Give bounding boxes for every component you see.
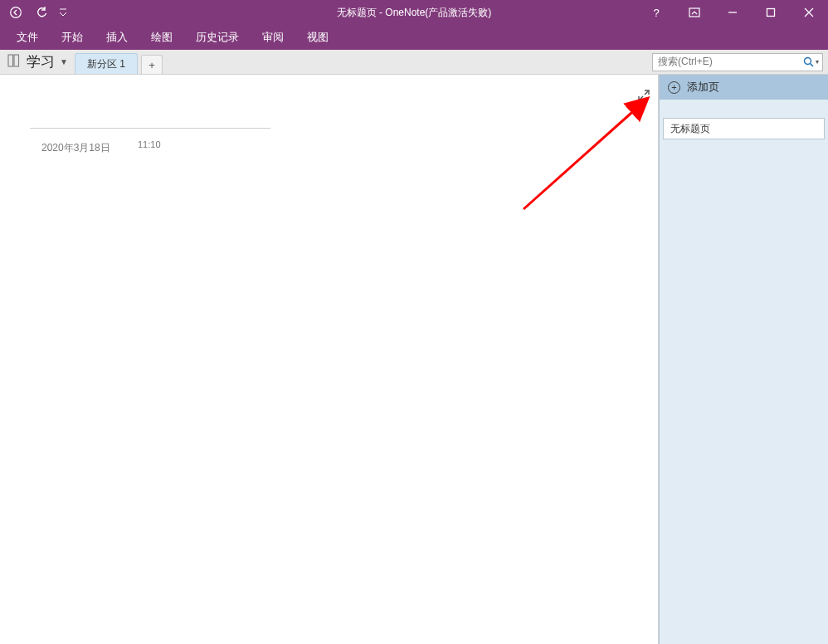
menu-history[interactable]: 历史记录 [186, 27, 249, 48]
minimize-button[interactable] [714, 0, 752, 25]
search-input[interactable]: 搜索(Ctrl+E) ▾ [652, 53, 823, 71]
notebook-selector[interactable]: 学习 ▼ [0, 50, 75, 74]
section-tab-label: 新分区 1 [87, 57, 125, 71]
svg-line-13 [524, 100, 646, 209]
svg-point-9 [804, 58, 811, 65]
add-section-button[interactable]: + [141, 55, 163, 74]
back-button[interactable] [5, 2, 27, 23]
menu-home[interactable]: 开始 [51, 27, 93, 48]
plus-circle-icon: + [668, 81, 680, 94]
menu-draw[interactable]: 绘图 [141, 27, 183, 48]
page-title-input[interactable] [30, 104, 270, 129]
add-page-button[interactable]: + 添加页 [660, 75, 828, 100]
search-placeholder: 搜索(Ctrl+E) [653, 55, 799, 69]
svg-line-10 [810, 64, 813, 67]
section-tab-active[interactable]: 新分区 1 [75, 53, 138, 74]
svg-rect-4 [767, 9, 775, 17]
add-page-label: 添加页 [687, 80, 719, 95]
expand-icon[interactable] [638, 90, 650, 101]
main-split: 2020年3月18日 11:10 + 添加页 无标题页 [0, 75, 828, 644]
qat-customize-dropdown[interactable] [58, 7, 68, 18]
page-list-pane: + 添加页 无标题页 [659, 75, 828, 644]
svg-rect-2 [689, 8, 699, 17]
page-time: 11:10 [138, 139, 161, 149]
svg-point-0 [11, 7, 22, 18]
help-button[interactable]: ? [637, 0, 675, 25]
page-list-item-label: 无标题页 [670, 122, 710, 136]
ribbon-tabs: 文件 开始 插入 绘图 历史记录 审阅 视图 [0, 25, 828, 50]
quick-access-toolbar [0, 2, 68, 23]
menu-file[interactable]: 文件 [7, 27, 48, 48]
menu-insert[interactable]: 插入 [96, 27, 138, 48]
undo-button[interactable] [32, 2, 53, 23]
close-button[interactable] [790, 0, 828, 25]
title-bar: 无标题页 - OneNote(产品激活失败) ? [0, 0, 828, 25]
page-date: 2020年3月18日 [41, 141, 110, 155]
search-icon[interactable]: ▾ [799, 56, 822, 67]
window-controls: ? [637, 0, 828, 25]
svg-rect-7 [8, 55, 13, 66]
ribbon-display-button[interactable] [675, 0, 714, 25]
note-canvas[interactable]: 2020年3月18日 11:10 [0, 75, 659, 644]
menu-review[interactable]: 审阅 [252, 27, 294, 48]
menu-view[interactable]: 视图 [297, 27, 339, 48]
notebook-icon [7, 53, 22, 71]
svg-line-12 [639, 96, 643, 100]
annotation-arrow [507, 85, 656, 217]
section-tab-row: 学习 ▼ 新分区 1 + 搜索(Ctrl+E) ▾ [0, 50, 828, 75]
svg-rect-8 [14, 55, 19, 66]
maximize-button[interactable] [752, 0, 790, 25]
svg-line-11 [645, 90, 649, 95]
page-list-item[interactable]: 无标题页 [663, 118, 825, 139]
chevron-down-icon: ▼ [60, 57, 68, 66]
notebook-name: 学习 [27, 52, 55, 71]
